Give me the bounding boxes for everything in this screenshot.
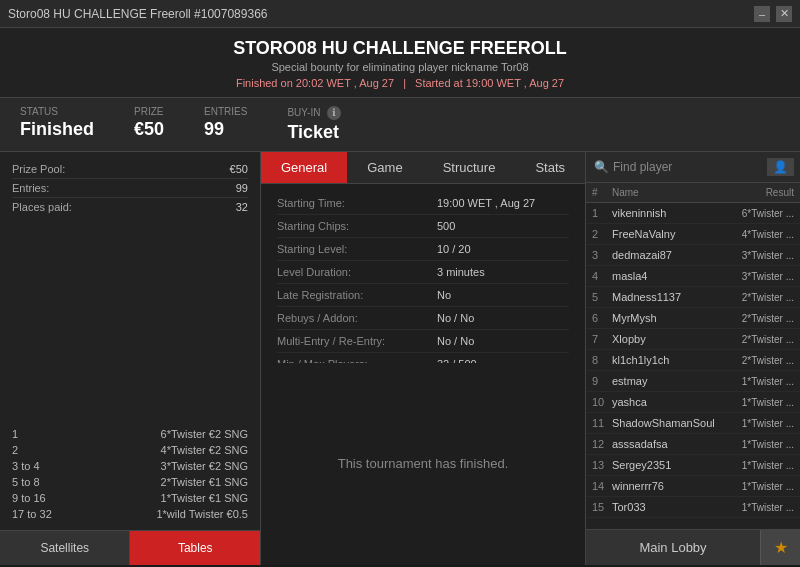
info-row: Starting Time:19:00 WET , Aug 27	[277, 192, 569, 215]
player-num: 3	[592, 249, 612, 261]
places-prizes: 16*Twister €2 SNG24*Twister €2 SNG3 to 4…	[0, 422, 260, 530]
table-row[interactable]: 6MyrMysh2*Twister ...	[586, 308, 800, 329]
time-separator: |	[403, 77, 409, 89]
table-row[interactable]: 13Sergey23511*Twister ...	[586, 455, 800, 476]
add-player-button[interactable]: 👤	[767, 158, 794, 176]
player-result: 4*Twister ...	[724, 229, 794, 240]
info-row: Level Duration:3 minutes	[277, 261, 569, 284]
status-label: Status	[20, 106, 94, 117]
player-result: 1*Twister ...	[724, 439, 794, 450]
player-num: 10	[592, 396, 612, 408]
player-name: estmay	[612, 375, 724, 387]
table-row[interactable]: 8kl1ch1ly1ch2*Twister ...	[586, 350, 800, 371]
place-row: 17 to 321*wild Twister €0.5	[12, 506, 248, 522]
tab-general[interactable]: General	[261, 152, 347, 183]
player-result: 1*Twister ...	[724, 418, 794, 429]
table-row[interactable]: 7Xlopby2*Twister ...	[586, 329, 800, 350]
right-panel: 🔍 👤 # Name Result 1vikeninnish6*Twister …	[585, 152, 800, 565]
tab-stats[interactable]: Stats	[515, 152, 585, 183]
table-row[interactable]: 2FreeNaValny4*Twister ...	[586, 224, 800, 245]
player-result: 2*Twister ...	[724, 355, 794, 366]
player-name: asssadafsa	[612, 438, 724, 450]
table-row[interactable]: 3dedmazai873*Twister ...	[586, 245, 800, 266]
place-row: 5 to 82*Twister €1 SNG	[12, 474, 248, 490]
stat-status: Status Finished	[20, 106, 94, 143]
place-row: 16*Twister €2 SNG	[12, 426, 248, 442]
buyin-label: Buy-in ℹ	[287, 106, 341, 120]
entries-value: 99	[204, 119, 247, 140]
places-paid-label: Places paid:	[12, 201, 72, 213]
prize-pool-label: Prize Pool:	[12, 163, 65, 175]
player-result: 1*Twister ...	[724, 376, 794, 387]
stat-buyin: Buy-in ℹ Ticket	[287, 106, 341, 143]
player-name: Xlopby	[612, 333, 724, 345]
left-buttons: Satellites Tables	[0, 530, 260, 565]
info-row: Rebuys / Addon:No / No	[277, 307, 569, 330]
place-prize: 6*Twister €2 SNG	[161, 428, 248, 440]
player-result: 6*Twister ...	[724, 208, 794, 219]
player-num: 2	[592, 228, 612, 240]
favorite-button[interactable]: ★	[760, 530, 800, 565]
tournament-time: Finished on 20:02 WET , Aug 27 | Started…	[0, 77, 800, 89]
satellites-button[interactable]: Satellites	[0, 531, 130, 565]
info-key: Starting Chips:	[277, 220, 437, 232]
title-bar: Storo08 HU CHALLENGE Freeroll #100708936…	[0, 0, 800, 28]
table-row[interactable]: 1vikeninnish6*Twister ...	[586, 203, 800, 224]
players-table: # Name Result 1vikeninnish6*Twister ...2…	[586, 183, 800, 529]
window-controls: – ✕	[754, 6, 792, 22]
tabs: GeneralGameStructureStats	[261, 152, 585, 184]
search-input[interactable]	[613, 160, 763, 174]
player-name: vikeninnish	[612, 207, 724, 219]
tables-button[interactable]: Tables	[130, 531, 259, 565]
info-row: Starting Level:10 / 20	[277, 238, 569, 261]
place-range: 9 to 16	[12, 492, 46, 504]
player-num: 7	[592, 333, 612, 345]
table-row[interactable]: 5Madness11372*Twister ...	[586, 287, 800, 308]
player-result: 1*Twister ...	[724, 481, 794, 492]
table-row[interactable]: 12asssadafsa1*Twister ...	[586, 434, 800, 455]
place-row: 3 to 43*Twister €2 SNG	[12, 458, 248, 474]
tournament-title: STORO08 HU CHALLENGE FREEROLL	[0, 38, 800, 59]
player-result: 3*Twister ...	[724, 271, 794, 282]
player-result: 2*Twister ...	[724, 313, 794, 324]
search-bar: 🔍 👤	[586, 152, 800, 183]
tab-structure[interactable]: Structure	[423, 152, 516, 183]
prize-pool-row: Prize Pool: €50	[12, 160, 248, 179]
table-row[interactable]: 4masla43*Twister ...	[586, 266, 800, 287]
center-panel: GeneralGameStructureStats Starting Time:…	[261, 152, 585, 565]
place-range: 3 to 4	[12, 460, 40, 472]
info-val: No / No	[437, 335, 474, 347]
table-row[interactable]: 10yashca1*Twister ...	[586, 392, 800, 413]
table-row[interactable]: 11ShadowShamanSoul1*Twister ...	[586, 413, 800, 434]
col-name-header: Name	[612, 187, 724, 198]
right-bottom: Main Lobby ★	[586, 529, 800, 565]
player-num: 13	[592, 459, 612, 471]
info-row: Starting Chips:500	[277, 215, 569, 238]
close-button[interactable]: ✕	[776, 6, 792, 22]
table-row[interactable]: 15Tor0331*Twister ...	[586, 497, 800, 518]
player-name: yashca	[612, 396, 724, 408]
prize-pool-value: €50	[230, 163, 248, 175]
table-row[interactable]: 9estmay1*Twister ...	[586, 371, 800, 392]
col-result-header: Result	[724, 187, 794, 198]
left-panel: Prize Pool: €50 Entries: 99 Places paid:…	[0, 152, 261, 565]
place-range: 1	[12, 428, 18, 440]
buyin-info[interactable]: ℹ	[327, 106, 341, 120]
minimize-button[interactable]: –	[754, 6, 770, 22]
buyin-value: Ticket	[287, 122, 341, 143]
info-row: Late Registration:No	[277, 284, 569, 307]
place-prize: 2*Twister €1 SNG	[161, 476, 248, 488]
player-num: 4	[592, 270, 612, 282]
place-prize: 3*Twister €2 SNG	[161, 460, 248, 472]
stats-bar: Status Finished Prize €50 Entries 99 Buy…	[0, 98, 800, 152]
tab-game[interactable]: Game	[347, 152, 422, 183]
info-key: Multi-Entry / Re-Entry:	[277, 335, 437, 347]
main-lobby-button[interactable]: Main Lobby	[586, 530, 760, 565]
finished-time: 20:02 WET , Aug 27	[296, 77, 394, 89]
player-name: Madness1137	[612, 291, 724, 303]
player-name: masla4	[612, 270, 724, 282]
tournament-subtitle: Special bounty for eliminating player ni…	[0, 61, 800, 73]
prize-info: Prize Pool: €50 Entries: 99 Places paid:…	[0, 152, 260, 422]
table-row[interactable]: 14winnerrr761*Twister ...	[586, 476, 800, 497]
col-num-header: #	[592, 187, 612, 198]
